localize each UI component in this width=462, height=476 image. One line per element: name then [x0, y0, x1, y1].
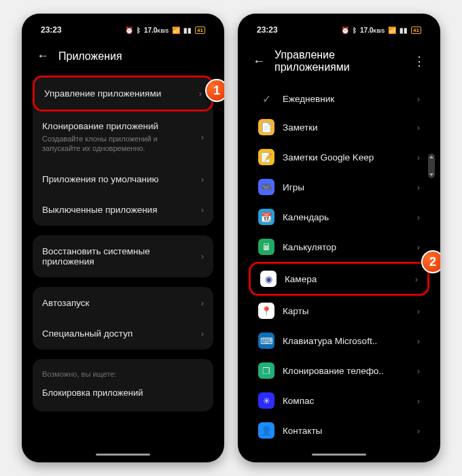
status-net: 17.0KB/S: [360, 27, 385, 34]
row-restore-system[interactable]: Восстановить системные приложения ›: [33, 235, 213, 277]
chevron-right-icon: ›: [417, 366, 420, 376]
alarm-icon: ⏰: [341, 27, 349, 34]
app-row-календарь[interactable]: 📆Календарь›: [249, 202, 429, 232]
scroll-handle[interactable]: [428, 154, 435, 178]
row-special-access[interactable]: Специальный доступ ›: [33, 319, 213, 350]
status-bar: 23:23 ⏰ ᛒ 17.0KB/S 📶 ▮▮ 41: [26, 18, 220, 42]
app-row-клавиатура-microsoft-[interactable]: ⌨Клавиатура Microsoft..›: [249, 326, 429, 356]
app-icon: ❐: [258, 362, 274, 379]
row-label: Восстановить системные приложения: [42, 246, 193, 267]
row-default-apps[interactable]: Приложения по умолчанию ›: [33, 165, 213, 195]
chevron-right-icon: ›: [417, 242, 420, 252]
app-row-контакты[interactable]: 👤Контакты›: [249, 415, 429, 445]
app-label: Карты: [283, 306, 308, 316]
app-label: Игры: [283, 182, 304, 192]
app-label: Ежедневник: [283, 94, 334, 104]
status-indicators: ⏰ ᛒ 17.0KB/S 📶 ▮▮ 41: [125, 27, 205, 34]
app-label: Заметки Google Keep: [283, 152, 374, 163]
phone-right: 2 23:23 ⏰ ᛒ 17.0KB/S 📶 ▮▮ 41 ← Управлени…: [238, 14, 440, 462]
row-label: Выключенные приложения: [42, 205, 157, 215]
status-bar: 23:23 ⏰ ᛒ 17.0KB/S 📶 ▮▮ 41: [242, 18, 436, 42]
app-icon: 🎮: [258, 179, 274, 195]
app-label: Заметки: [283, 122, 318, 133]
bluetooth-icon: ᛒ: [353, 27, 357, 34]
chevron-right-icon: ›: [417, 182, 420, 192]
app-row-ежедневник[interactable]: ✓Ежедневник›: [249, 86, 429, 112]
home-indicator[interactable]: [312, 454, 366, 456]
app-row-заметки-google-keep[interactable]: 📝Заметки Google Keep›: [249, 142, 429, 172]
row-manage-apps[interactable]: Управление приложениями ›: [33, 75, 213, 112]
status-time: 23:23: [257, 25, 278, 35]
step-badge-1: 1: [205, 79, 224, 102]
app-row-игры[interactable]: 🎮Игры›: [249, 172, 429, 202]
app-icon: 📆: [258, 209, 274, 225]
chevron-right-icon: ›: [417, 152, 420, 163]
status-indicators: ⏰ ᛒ 17.0KB/S 📶 ▮▮ 41: [341, 27, 421, 34]
app-icon: 📄: [258, 119, 274, 135]
app-row-карты[interactable]: 📍Карты›: [249, 296, 429, 326]
app-icon: ⌨: [258, 333, 274, 349]
app-label: Клавиатура Microsoft..: [283, 336, 377, 346]
chevron-right-icon: ›: [201, 174, 204, 184]
phone-left: 1 23:23 ⏰ ᛒ 17.0KB/S 📶 ▮▮ 41 ← Приложени…: [22, 14, 224, 462]
chevron-right-icon: ›: [201, 328, 204, 339]
chevron-right-icon: ›: [417, 426, 420, 436]
screen-left: 23:23 ⏰ ᛒ 17.0KB/S 📶 ▮▮ 41 ← Приложения …: [26, 18, 220, 458]
app-icon: 📝: [258, 149, 274, 165]
app-row-клонирование-телефо-[interactable]: ❐Клонирование телефо..›: [249, 356, 429, 386]
app-label: Календарь: [283, 212, 329, 222]
row-autostart[interactable]: Автозапуск ›: [33, 287, 213, 319]
app-list[interactable]: ✓Ежедневник›📄Заметки›📝Заметки Google Kee…: [242, 86, 436, 458]
app-icon: ✳: [258, 392, 274, 409]
row-disabled-apps[interactable]: Выключенные приложения ›: [33, 195, 213, 226]
row-label: Управление приложениями: [44, 88, 161, 99]
page-title: Управление приложениями: [274, 49, 404, 73]
app-label: Клонирование телефо..: [283, 366, 384, 376]
app-label: Компас: [283, 396, 314, 406]
alarm-icon: ⏰: [125, 27, 133, 34]
chevron-right-icon: ›: [201, 251, 204, 261]
row-label: Приложения по умолчанию: [42, 174, 159, 184]
hint-card: Возможно, вы ищете: Блокировка приложени…: [33, 359, 213, 411]
row-label: Клонирование приложений: [42, 121, 193, 131]
app-label: Камера: [285, 274, 317, 284]
chevron-right-icon: ›: [201, 298, 204, 308]
app-label: Контакты: [283, 426, 322, 436]
hint-label: Возможно, вы ищете:: [42, 370, 204, 378]
app-row-камера[interactable]: ◉Камера›: [249, 262, 429, 296]
row-sub: Создавайте клоны приложений и запускайте…: [42, 134, 193, 154]
battery-icon: 41: [411, 27, 421, 34]
chevron-right-icon: ›: [417, 122, 420, 133]
wifi-icon: 📶: [388, 27, 396, 34]
row-clone-apps[interactable]: Клонирование приложений Создавайте клоны…: [33, 112, 213, 165]
more-icon[interactable]: ⋮: [413, 54, 425, 69]
app-label: Калькулятор: [283, 242, 336, 252]
app-row-калькулятор[interactable]: 🖩Калькулятор›: [249, 232, 429, 262]
wifi-icon: 📶: [172, 27, 180, 34]
chevron-right-icon: ›: [415, 274, 418, 284]
battery-icon: 41: [195, 27, 205, 34]
chevron-right-icon: ›: [199, 88, 202, 99]
chevron-right-icon: ›: [417, 94, 420, 104]
app-icon: 👤: [258, 422, 274, 439]
chevron-right-icon: ›: [417, 306, 420, 316]
page-title: Приложения: [58, 50, 122, 63]
app-icon: 🖩: [258, 239, 274, 255]
back-icon[interactable]: ←: [37, 49, 49, 63]
hint-item-lock[interactable]: Блокировка приложений: [42, 388, 204, 398]
status-time: 23:23: [41, 25, 62, 35]
app-row-заметки[interactable]: 📄Заметки›: [249, 112, 429, 142]
signal-icon: ▮▮: [399, 27, 408, 34]
chevron-right-icon: ›: [417, 336, 420, 346]
app-icon: ◉: [260, 271, 277, 287]
step-badge-2: 2: [421, 250, 440, 273]
signal-icon: ▮▮: [183, 27, 192, 34]
chevron-right-icon: ›: [417, 212, 420, 222]
back-icon[interactable]: ←: [253, 54, 265, 69]
header: ← Приложения: [26, 42, 220, 75]
app-row-компас[interactable]: ✳Компас›: [249, 386, 429, 415]
row-label: Автозапуск: [42, 298, 90, 308]
home-indicator[interactable]: [96, 454, 150, 456]
app-icon: ✓: [258, 92, 274, 105]
chevron-right-icon: ›: [417, 396, 420, 406]
